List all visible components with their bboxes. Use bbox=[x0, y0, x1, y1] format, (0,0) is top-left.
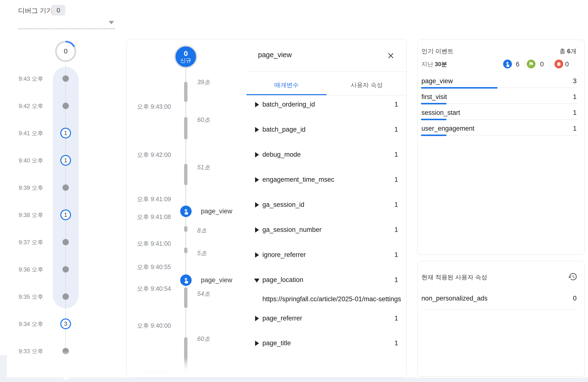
event-row-count: 1 bbox=[528, 93, 577, 101]
expand-arrow-icon[interactable] bbox=[255, 341, 259, 346]
detail-panel-title: page_view bbox=[258, 51, 292, 59]
minute-dot[interactable] bbox=[63, 293, 69, 300]
row-divider bbox=[421, 309, 577, 310]
debug-device-count-badge: 0 bbox=[52, 5, 65, 16]
expand-arrow-icon[interactable] bbox=[255, 177, 259, 182]
page-bottom-gutter bbox=[0, 378, 588, 382]
duration-label: 54초 bbox=[197, 290, 210, 298]
param-value: 1 bbox=[346, 226, 398, 234]
param-name[interactable]: ignore_referrer bbox=[262, 251, 306, 259]
event-row-name[interactable]: session_start bbox=[421, 109, 460, 116]
minute-time-label: 9:43 오후 bbox=[12, 75, 43, 83]
time-window-label: 지난 30분 bbox=[421, 60, 447, 68]
duration-label: 8초 bbox=[197, 226, 207, 235]
param-name[interactable]: batch_ordering_id bbox=[262, 101, 315, 108]
duration-label: 60초 bbox=[197, 116, 210, 124]
event-stream-card: 오후 9:43:00오후 9:42:00오후 9:41:09오후 9:41:08… bbox=[126, 39, 407, 378]
minute-time-label: 9:40 오후 bbox=[12, 157, 43, 164]
touch-icon[interactable] bbox=[180, 274, 192, 286]
param-name[interactable]: page_location bbox=[262, 276, 303, 284]
param-value: 1 bbox=[346, 176, 398, 183]
param-name[interactable]: page_title bbox=[262, 339, 291, 347]
param-name[interactable]: debug_mode bbox=[262, 151, 301, 158]
param-value: 1 bbox=[346, 276, 398, 284]
expand-arrow-icon[interactable] bbox=[255, 316, 259, 321]
top-events-total: 총 6개 bbox=[528, 47, 577, 55]
stream-timestamp: 오후 9:41:09 bbox=[126, 195, 171, 203]
minute-dot[interactable] bbox=[63, 184, 69, 191]
event-row-name[interactable]: user_engagement bbox=[421, 125, 474, 132]
debug-device-label: 디버그 기기 bbox=[18, 6, 53, 15]
minute-event-count[interactable]: 3 bbox=[60, 318, 71, 329]
minute-event-count[interactable]: 1 bbox=[60, 128, 71, 138]
event-row-count: 3 bbox=[528, 77, 577, 85]
minute-event-count[interactable]: 1 bbox=[60, 155, 71, 166]
event-row-name[interactable]: page_view bbox=[421, 77, 453, 85]
minute-time-label: 9:41 오후 bbox=[12, 130, 43, 137]
expand-arrow-icon[interactable] bbox=[255, 227, 259, 233]
user-properties-card: 현재 적용된 사용자 속성 non_personalized_ads 0 bbox=[417, 261, 585, 377]
tab-user-properties[interactable]: 사용자 속성 bbox=[327, 81, 407, 89]
total-suffix: 개 bbox=[570, 48, 577, 54]
param-value: 1 bbox=[346, 126, 398, 133]
user-property-value: 0 bbox=[528, 295, 577, 302]
minute-time-label: 9:39 오후 bbox=[12, 184, 43, 192]
error-event-count: 0 bbox=[565, 61, 569, 68]
duration-label: 5초 bbox=[197, 249, 207, 257]
detail-header-divider bbox=[246, 71, 407, 71]
expand-arrow-icon[interactable] bbox=[255, 102, 259, 107]
minute-dot[interactable] bbox=[63, 75, 69, 82]
stream-event-name[interactable]: page_view bbox=[201, 207, 232, 215]
bug-icon bbox=[554, 60, 563, 68]
activity-segment bbox=[184, 117, 188, 139]
minute-dot[interactable] bbox=[63, 266, 69, 272]
event-row-count: 1 bbox=[528, 125, 577, 132]
window-prefix: 지난 bbox=[421, 61, 435, 67]
collapse-arrow-icon[interactable] bbox=[254, 279, 259, 283]
param-name[interactable]: ga_session_number bbox=[262, 226, 321, 234]
key-event-count: 0 bbox=[540, 61, 544, 68]
touch-icon[interactable] bbox=[180, 206, 192, 217]
history-icon[interactable] bbox=[568, 272, 578, 282]
stream-timestamp: 오후 9:41:00 bbox=[126, 240, 171, 248]
minute-event-count[interactable]: 1 bbox=[60, 209, 71, 220]
minute-time-label: 9:38 오후 bbox=[12, 211, 43, 219]
tab-parameters[interactable]: 매개변수 bbox=[246, 81, 327, 89]
device-selector[interactable] bbox=[18, 20, 115, 29]
minute-time-label: 9:42 오후 bbox=[12, 102, 43, 110]
minute-time-label: 9:36 오후 bbox=[12, 266, 43, 273]
param-name[interactable]: ga_session_id bbox=[262, 201, 304, 208]
minute-time-label: 9:35 오후 bbox=[12, 293, 43, 301]
minute-dot[interactable] bbox=[63, 103, 69, 109]
expand-arrow-icon[interactable] bbox=[255, 152, 259, 157]
stream-event-name[interactable]: page_view bbox=[201, 276, 232, 284]
chevron-down-icon[interactable] bbox=[109, 21, 114, 24]
expand-arrow-icon[interactable] bbox=[255, 202, 259, 207]
window-number: 30 bbox=[435, 61, 441, 67]
minute-dot[interactable] bbox=[63, 239, 69, 245]
param-value: 1 bbox=[346, 151, 398, 158]
expand-arrow-icon[interactable] bbox=[255, 127, 259, 132]
param-name[interactable]: engagement_time_msec bbox=[262, 176, 334, 183]
event-row-name[interactable]: first_visit bbox=[421, 93, 447, 101]
event-row-bar bbox=[421, 135, 446, 136]
stream-timestamp: 오후 9:42:00 bbox=[126, 151, 171, 159]
total-number: 6 bbox=[567, 48, 570, 54]
stream-timestamp: 오후 9:40:54 bbox=[126, 285, 171, 293]
stream-start-count: 0 bbox=[184, 50, 188, 57]
param-detail-value: https://springfall.cc/article/2025-01/ma… bbox=[262, 295, 406, 303]
param-value: 1 bbox=[346, 101, 398, 108]
param-name[interactable]: page_referrer bbox=[262, 315, 302, 322]
activity-segment bbox=[184, 226, 188, 232]
param-value: 1 bbox=[346, 339, 398, 347]
param-name[interactable]: batch_page_id bbox=[262, 126, 305, 133]
event-row-bar bbox=[421, 119, 446, 120]
user-properties-title: 현재 적용된 사용자 속성 bbox=[421, 273, 487, 281]
activity-segment bbox=[184, 82, 188, 102]
stream-start-badge[interactable]: 0 신규 bbox=[174, 45, 197, 68]
minute-time-label: 9:37 오후 bbox=[12, 238, 43, 246]
close-icon[interactable] bbox=[386, 51, 395, 60]
expand-arrow-icon[interactable] bbox=[255, 252, 259, 258]
param-value: 1 bbox=[346, 201, 398, 208]
stream-timestamp: 오후 9:40:55 bbox=[126, 263, 171, 271]
